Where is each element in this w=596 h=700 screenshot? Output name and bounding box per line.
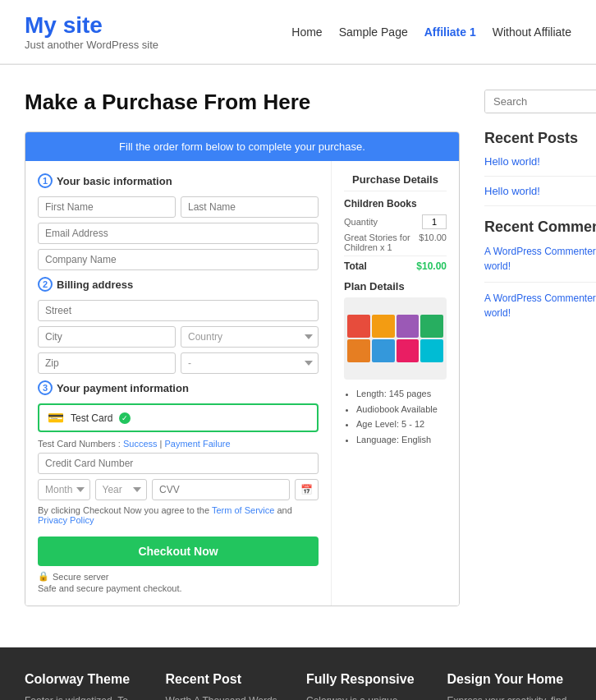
- checkout-button[interactable]: Checkout Now: [38, 537, 319, 566]
- page-title: Make a Purchase From Here: [25, 90, 460, 115]
- plan-detail-item: Language: English: [356, 432, 447, 448]
- footer-widget-4: Design Your Home Express your creativity…: [447, 672, 572, 700]
- footer-widget-2: Recent Post Worth A Thousand Words Categ…: [166, 672, 291, 700]
- email-input[interactable]: [38, 223, 319, 244]
- footer-link-1[interactable]: Worth A Thousand Words: [166, 695, 277, 700]
- qty-row: Quantity: [344, 214, 447, 229]
- order-form-box: Fill the order form below to complete yo…: [25, 131, 460, 606]
- book-cover-4: [420, 315, 443, 338]
- book-cover-7: [397, 339, 419, 362]
- footer-widget-1-title: Colorway Theme: [25, 672, 149, 687]
- cc-row: [38, 453, 319, 474]
- main-content: Make a Purchase From Here Fill the order…: [0, 65, 596, 631]
- credit-card-input[interactable]: [38, 453, 319, 474]
- footer-widget-3: Fully Responsive Colorway is a unique re…: [306, 672, 431, 700]
- street-input[interactable]: [38, 300, 319, 321]
- secure-text: 🔒 Secure server: [38, 571, 319, 582]
- name-row: [38, 196, 319, 218]
- footer-widget-2-title: Recent Post: [166, 672, 291, 687]
- book-covers-grid: [344, 311, 447, 366]
- month-select[interactable]: Month: [38, 479, 90, 500]
- sidebar-divider-1: [484, 176, 596, 177]
- section2-title: 2 Billing address: [38, 277, 319, 292]
- book-cover-5: [347, 339, 370, 362]
- dash-select[interactable]: -: [181, 352, 319, 374]
- step3-circle: 3: [38, 380, 53, 395]
- book-cover-8: [420, 339, 443, 362]
- payment-box: 💳 Test Card ✓: [38, 403, 319, 432]
- sidebar-post-2[interactable]: Hello world!: [484, 185, 596, 197]
- footer-widget-4-text: Express your creativity, find inspiratio…: [447, 693, 572, 700]
- site-title[interactable]: My site: [25, 12, 158, 39]
- sidebar-divider-2: [484, 205, 596, 206]
- footer-widget-3-text: Colorway is a unique responsive WordPres…: [306, 693, 431, 700]
- form-body: 1 Your basic information: [25, 161, 459, 606]
- calendar-icon-btn[interactable]: 📅: [295, 479, 319, 500]
- form-left: 1 Your basic information: [25, 161, 332, 606]
- sidebar: 🔍 Recent Posts Hello world! Hello world!…: [484, 90, 596, 606]
- purchase-title: Purchase Details: [344, 173, 447, 191]
- main-nav: Home Sample Page Affiliate 1 Without Aff…: [291, 25, 571, 39]
- plan-detail-item: Age Level: 5 - 12: [356, 417, 447, 432]
- card-details-row: Month Year 📅: [38, 479, 319, 500]
- last-name-input[interactable]: [181, 196, 319, 218]
- company-input[interactable]: [38, 249, 319, 270]
- product-title: Children Books: [344, 198, 447, 210]
- plan-detail-item: Length: 145 pages: [356, 386, 447, 402]
- sidebar-post-1[interactable]: Hello world!: [484, 155, 596, 168]
- search-box: 🔍: [484, 90, 596, 113]
- product-row: Great Stories for Children x 1 $10.00: [344, 233, 447, 252]
- first-name-input[interactable]: [38, 196, 176, 218]
- comment-author-2[interactable]: A WordPress Commenter: [484, 292, 596, 304]
- check-badge: ✓: [119, 412, 131, 424]
- comment-author-1[interactable]: A WordPress Commenter: [484, 246, 596, 257]
- plan-title: Plan Details: [344, 280, 447, 292]
- recent-comments-title: Recent Comments: [484, 219, 596, 236]
- terms-link[interactable]: Term of Service: [212, 505, 274, 515]
- plan-detail-item: Audiobook Available: [356, 402, 447, 417]
- comment-2: A WordPress Commenter on Hello world!: [484, 291, 596, 320]
- total-row: Total $10.00: [344, 256, 447, 272]
- company-row: [38, 249, 319, 270]
- content-area: Make a Purchase From Here Fill the order…: [25, 90, 460, 606]
- plan-details-list: Length: 145 pagesAudiobook AvailableAge …: [344, 386, 447, 448]
- privacy-link[interactable]: Privacy Policy: [38, 515, 94, 525]
- zip-input[interactable]: [38, 352, 176, 374]
- quantity-input[interactable]: [422, 214, 447, 229]
- site-header: My site Just another WordPress site Home…: [0, 0, 596, 64]
- nav-without-affiliate[interactable]: Without Affiliate: [493, 25, 571, 39]
- site-branding: My site Just another WordPress site: [25, 12, 158, 51]
- cvv-input[interactable]: [152, 479, 290, 500]
- payment-label: Test Card: [71, 412, 112, 424]
- nav-affiliate1[interactable]: Affiliate 1: [424, 25, 476, 39]
- book-cover-6: [372, 339, 395, 362]
- terms-text: By clicking Checkout Now you agree to th…: [38, 505, 319, 525]
- book-cover-1: [347, 315, 370, 338]
- tagline: Just another WordPress site: [25, 39, 158, 51]
- footer-widget-2-text: Worth A Thousand Words Category Hierarch…: [166, 693, 291, 700]
- success-link[interactable]: Success: [123, 439, 158, 449]
- search-input[interactable]: [485, 90, 596, 113]
- footer-widget-3-title: Fully Responsive: [306, 672, 431, 687]
- year-select[interactable]: Year: [95, 479, 148, 500]
- email-row: [38, 223, 319, 244]
- nav-sample-page[interactable]: Sample Page: [339, 25, 408, 39]
- step2-circle: 2: [38, 277, 53, 292]
- footer-widget-1: Colorway Theme Footer is widgetized. To …: [25, 672, 149, 700]
- country-select[interactable]: Country: [181, 326, 319, 348]
- book-cover-2: [372, 315, 395, 338]
- failure-link[interactable]: Payment Failure: [165, 439, 231, 449]
- nav-home[interactable]: Home: [291, 25, 322, 39]
- street-row: [38, 300, 319, 321]
- recent-posts-title: Recent Posts: [484, 130, 596, 147]
- safe-text: Safe and secure payment checkout.: [38, 583, 319, 593]
- footer-widget-4-title: Design Your Home: [447, 672, 572, 687]
- comment-1: A WordPress Commenter on Hello world!: [484, 244, 596, 274]
- book-covers-area: [344, 297, 447, 380]
- book-cover-3: [397, 315, 419, 338]
- city-input[interactable]: [38, 326, 176, 348]
- total-price: $10.00: [416, 260, 447, 272]
- site-footer: Colorway Theme Footer is widgetized. To …: [0, 647, 596, 700]
- test-card-text: Test Card Numbers : Success | Payment Fa…: [38, 439, 319, 449]
- product-name: Great Stories for Children x 1: [344, 233, 419, 252]
